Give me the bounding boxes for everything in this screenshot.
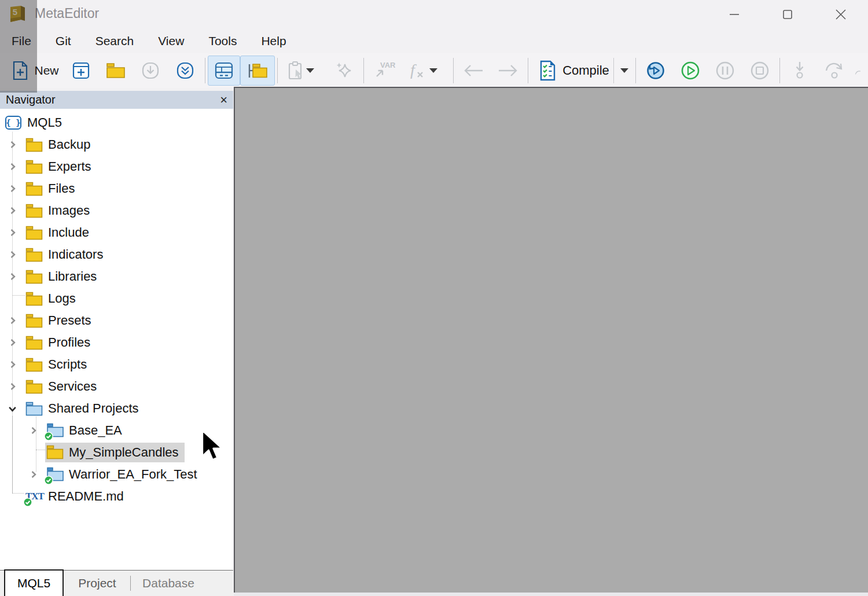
tree-item-presets[interactable]: Presets	[0, 310, 233, 332]
chevron-right-icon[interactable]	[8, 250, 17, 260]
tab-project[interactable]: Project	[68, 571, 126, 596]
pause-icon	[715, 60, 735, 81]
tree-item-include[interactable]: Include	[0, 222, 233, 244]
navigator-close-icon[interactable]: ×	[220, 94, 227, 106]
chevron-right-icon[interactable]	[8, 382, 17, 392]
restart-debugging-button[interactable]	[638, 56, 673, 86]
navigator-tree: { } MQL5 Backup Experts Files	[0, 109, 233, 570]
navigator-panel-icon	[247, 62, 269, 79]
tree-item-readme[interactable]: TXT README.md	[0, 485, 233, 507]
tab-mql5[interactable]: MQL5	[4, 569, 64, 596]
close-icon	[834, 8, 848, 21]
new-file-button[interactable]: New	[7, 56, 64, 86]
folder-icon	[46, 444, 64, 460]
arrow-right-icon	[496, 63, 520, 78]
tree-item-profiles[interactable]: Profiles	[0, 332, 233, 354]
ai-assistant-button	[326, 56, 361, 86]
chevron-down-icon[interactable]	[8, 404, 17, 414]
toolbar-separator	[277, 58, 278, 83]
chevron-right-icon[interactable]	[8, 162, 17, 172]
tree-item-label: Images	[48, 203, 90, 218]
toggle-navigator-button[interactable]	[240, 56, 275, 86]
variables-icon: VAR	[372, 60, 395, 81]
menu-search[interactable]: Search	[95, 34, 134, 48]
tree-item-label: MQL5	[27, 115, 62, 130]
tree-item-shared-projects[interactable]: Shared Projects	[0, 398, 233, 420]
chevron-right-icon[interactable]	[8, 228, 17, 238]
toolbar-separator	[528, 58, 528, 83]
menu-help[interactable]: Help	[261, 34, 286, 48]
tree-item-backup[interactable]: Backup	[0, 134, 233, 156]
step-into-icon	[791, 60, 808, 81]
insert-function-button: f	[401, 56, 445, 86]
navigator-tab-strip: MQL5 Project Database	[0, 570, 233, 596]
tree-item-logs[interactable]: Logs	[0, 288, 233, 310]
tab-database[interactable]: Database	[134, 571, 203, 596]
folder-icon	[25, 313, 43, 329]
download-all-button[interactable]	[168, 56, 203, 86]
function-fx-icon: f	[407, 60, 428, 81]
function-dropdown-caret[interactable]	[429, 68, 437, 73]
tree-item-label: Scripts	[48, 357, 87, 372]
chevron-right-icon[interactable]	[28, 470, 38, 480]
chevron-right-icon[interactable]	[8, 316, 17, 326]
chevron-right-icon[interactable]	[8, 140, 17, 150]
tree-item-services[interactable]: Services	[0, 376, 233, 398]
menu-tools[interactable]: Tools	[208, 34, 237, 48]
maximize-button[interactable]	[770, 0, 806, 29]
chevron-right-icon[interactable]	[8, 272, 17, 282]
tree-item-label: Shared Projects	[48, 401, 139, 416]
folder-icon	[25, 159, 43, 175]
toolbar: New	[0, 53, 868, 88]
tree-item-experts[interactable]: Experts	[0, 156, 233, 178]
start-debugging-button[interactable]	[673, 56, 708, 86]
minimize-button[interactable]	[716, 0, 752, 29]
toolbar-separator	[363, 58, 364, 83]
tree-item-warrior-ea-fork-test[interactable]: Warrior_EA_Fork_Test	[0, 463, 233, 485]
arrow-left-icon	[462, 63, 485, 78]
paste-dropdown-caret[interactable]	[306, 68, 314, 73]
close-button[interactable]	[823, 0, 859, 29]
menu-file[interactable]: File	[12, 34, 31, 48]
chevron-right-icon[interactable]	[28, 426, 38, 436]
chevron-placeholder	[8, 294, 17, 304]
tree-item-label: Libraries	[48, 269, 97, 284]
toolbar-separator	[613, 58, 614, 83]
editor-workspace	[234, 87, 868, 593]
open-data-folder-button[interactable]	[98, 56, 133, 86]
new-window-button[interactable]	[64, 56, 98, 86]
tree-item-label: Include	[48, 225, 89, 240]
selected-row-highlight[interactable]: My_SimpleCandles	[45, 443, 185, 462]
compile-checklist-icon	[539, 60, 556, 81]
tree-item-mql5[interactable]: { } MQL5	[0, 112, 233, 134]
folder-icon	[25, 379, 43, 395]
tree-item-base-ea[interactable]: Base_EA	[0, 420, 233, 442]
toolbox-panel-icon	[214, 61, 234, 80]
tree-item-indicators[interactable]: Indicators	[0, 244, 233, 266]
tree-item-images[interactable]: Images	[0, 200, 233, 222]
txt-file-icon: TXT	[25, 489, 43, 505]
chevron-placeholder	[8, 492, 17, 502]
chevron-right-icon[interactable]	[8, 338, 17, 348]
chevron-right-icon[interactable]	[8, 360, 17, 370]
menu-git[interactable]: Git	[56, 34, 71, 48]
synced-check-badge	[23, 498, 32, 507]
paste-special-button	[280, 56, 323, 86]
compile-button[interactable]: Compile	[531, 56, 612, 86]
tree-item-label: Presets	[48, 313, 91, 328]
toolbar-separator	[453, 58, 454, 83]
toggle-toolbox-button[interactable]	[208, 56, 240, 86]
tree-item-label: Indicators	[48, 247, 103, 262]
compile-dropdown-button[interactable]	[616, 56, 633, 86]
tree-item-my-simplecandles[interactable]: My_SimpleCandles	[0, 442, 233, 463]
chevron-right-icon[interactable]	[8, 184, 17, 194]
tree-item-scripts[interactable]: Scripts	[0, 354, 233, 376]
compile-button-label: Compile	[562, 63, 609, 78]
chevron-right-icon[interactable]	[8, 206, 17, 216]
folder-icon	[25, 247, 43, 263]
tree-item-files[interactable]: Files	[0, 178, 233, 200]
tree-item-label: Logs	[48, 291, 76, 306]
menu-view[interactable]: View	[158, 34, 184, 48]
tree-item-libraries[interactable]: Libraries	[0, 266, 233, 288]
tree-item-label: My_SimpleCandles	[69, 445, 179, 460]
